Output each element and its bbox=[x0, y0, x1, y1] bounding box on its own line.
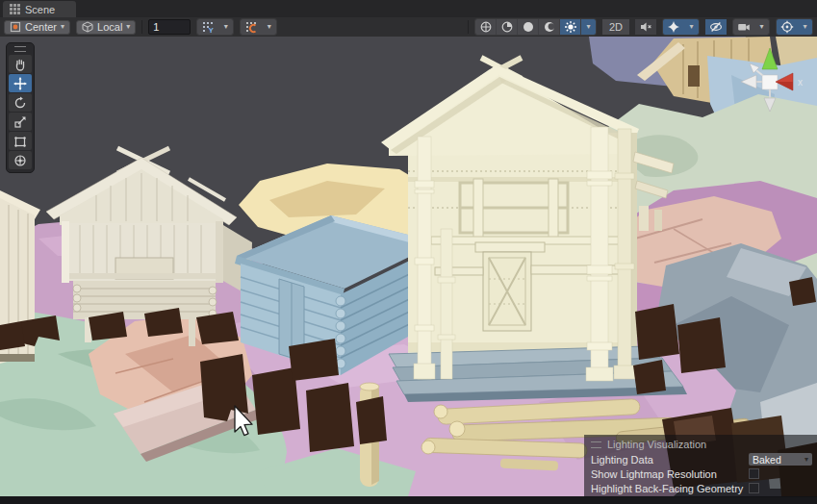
effects-options-dropdown[interactable]: ▾ bbox=[684, 19, 699, 35]
lighting-panel-header[interactable]: Lighting Visualization bbox=[584, 435, 817, 452]
highlight-backfacing-row: Highlight Back-Facing Geometry bbox=[584, 481, 817, 495]
chevron-down-icon: ▾ bbox=[268, 23, 271, 31]
viewport-bottom-strip bbox=[0, 496, 817, 504]
camera-options-dropdown[interactable]: ▾ bbox=[754, 19, 769, 35]
show-lightmap-resolution-row: Show Lightmap Resolution bbox=[584, 466, 817, 481]
gizmo-center-cube[interactable] bbox=[762, 75, 778, 89]
highlight-backfacing-checkbox[interactable] bbox=[749, 483, 759, 493]
lighting-visualization-panel: Lighting Visualization Lighting Data Bak… bbox=[584, 435, 817, 497]
speaker-mute-icon bbox=[639, 20, 652, 34]
chevron-down-icon: ▾ bbox=[689, 23, 693, 31]
shaded-wireframe-mode-button[interactable] bbox=[497, 19, 518, 35]
tools-overlay bbox=[6, 42, 35, 173]
camera-preview-button[interactable] bbox=[733, 19, 754, 35]
rotate-tool-button[interactable] bbox=[9, 93, 32, 112]
grid-menu-icon bbox=[10, 4, 20, 14]
lighting-data-dropdown[interactable]: Baked ▾ bbox=[749, 453, 812, 466]
drag-handle-icon bbox=[591, 441, 601, 448]
overlay-drag-handle[interactable] bbox=[14, 46, 26, 52]
2d-toggle-button[interactable]: 2D bbox=[602, 19, 629, 35]
hand-icon bbox=[13, 58, 27, 71]
effects-toggle-button[interactable] bbox=[663, 19, 684, 35]
transform-icon bbox=[13, 154, 27, 167]
rect-tool-button[interactable] bbox=[9, 132, 32, 150]
grid-options-dropdown[interactable]: ▾ bbox=[218, 19, 233, 35]
chevron-down-icon: ▾ bbox=[126, 23, 130, 31]
occlusion-sphere-icon bbox=[543, 20, 556, 34]
rect-tool-icon bbox=[13, 135, 27, 148]
toolbar-separator bbox=[141, 20, 142, 34]
chevron-down-icon: ▾ bbox=[224, 23, 228, 31]
gizmos-group: ▾ bbox=[776, 18, 813, 36]
snap-increment-icon bbox=[244, 20, 258, 34]
move-icon bbox=[13, 77, 27, 90]
svg-text:Y: Y bbox=[209, 26, 215, 34]
scene-visibility-button[interactable] bbox=[705, 19, 727, 35]
scale-tool-button[interactable] bbox=[9, 113, 32, 131]
handle-orientation-label: Local bbox=[97, 21, 122, 33]
debug-draw-mode-button[interactable] bbox=[539, 19, 560, 35]
chevron-down-icon: ▾ bbox=[759, 23, 763, 31]
sun-icon bbox=[564, 20, 577, 34]
shaded-mode-button[interactable] bbox=[518, 19, 539, 35]
tab-bar: Scene bbox=[0, 0, 817, 18]
transform-tool-button[interactable] bbox=[9, 151, 32, 169]
show-lightmap-resolution-checkbox[interactable] bbox=[749, 468, 759, 479]
lighting-data-value: Baked bbox=[753, 454, 781, 466]
draw-mode-group: ▾ bbox=[474, 18, 597, 36]
grid-visibility-group: Y ▾ bbox=[196, 18, 234, 36]
shaded-sphere-icon bbox=[522, 20, 535, 34]
audio-toggle-button[interactable] bbox=[635, 19, 656, 35]
unity-scene-window: Scene Center ▾ Local ▾ bbox=[0, 0, 817, 504]
toolbar-separator bbox=[468, 20, 469, 34]
handle-orientation-dropdown[interactable]: Local ▾ bbox=[76, 20, 136, 35]
scene-lighting-toggle[interactable] bbox=[560, 19, 581, 35]
wireframe-sphere-icon bbox=[479, 20, 493, 34]
move-tool-button[interactable] bbox=[9, 74, 32, 92]
sparkle-icon bbox=[667, 20, 680, 34]
pivot-mode-dropdown[interactable]: Center ▾ bbox=[4, 20, 70, 35]
grid-visibility-button[interactable]: Y bbox=[197, 19, 218, 35]
gizmos-crosshair-icon bbox=[780, 20, 794, 34]
camera-icon bbox=[737, 20, 751, 34]
hand-tool-button[interactable] bbox=[9, 55, 32, 73]
gizmos-toggle-button[interactable] bbox=[777, 19, 798, 35]
chevron-down-icon: ▾ bbox=[803, 23, 806, 31]
tab-scene[interactable]: Scene bbox=[3, 1, 76, 17]
camera-group: ▾ bbox=[732, 18, 770, 36]
grid-axis-y-icon: Y bbox=[201, 20, 215, 34]
snap-increment-button[interactable] bbox=[241, 19, 262, 35]
effects-group: ▾ bbox=[662, 18, 700, 36]
lighting-panel-title: Lighting Visualization bbox=[607, 439, 706, 450]
gizmo-x-label: x bbox=[798, 77, 803, 88]
rotate-icon bbox=[13, 96, 27, 110]
eye-slash-icon bbox=[709, 20, 723, 34]
wireframe-mode-button[interactable] bbox=[475, 19, 497, 35]
scale-icon bbox=[13, 115, 27, 129]
scene-toolbar: Center ▾ Local ▾ Y ▾ bbox=[0, 17, 817, 38]
cube-icon bbox=[82, 21, 93, 33]
view-options-cluster: ▾ 2D ▾ bbox=[468, 18, 813, 36]
pivot-icon bbox=[10, 21, 21, 33]
gizmos-options-dropdown[interactable]: ▾ bbox=[798, 19, 812, 35]
show-lightmap-resolution-label: Show Lightmap Resolution bbox=[591, 468, 749, 480]
lighting-options-dropdown[interactable]: ▾ bbox=[581, 19, 596, 35]
lighting-data-row: Lighting Data Baked ▾ bbox=[584, 452, 817, 466]
tab-scene-label: Scene bbox=[25, 4, 55, 15]
snap-group: ▾ bbox=[240, 18, 277, 36]
chevron-down-icon: ▾ bbox=[61, 23, 64, 31]
2d-label: 2D bbox=[609, 21, 623, 33]
pivot-mode-label: Center bbox=[25, 21, 57, 33]
snap-options-dropdown[interactable]: ▾ bbox=[262, 19, 276, 35]
highlight-backfacing-label: Highlight Back-Facing Geometry bbox=[591, 483, 749, 494]
shaded-wireframe-icon bbox=[500, 20, 514, 34]
chevron-down-icon: ▾ bbox=[804, 456, 808, 464]
chevron-down-icon: ▾ bbox=[586, 23, 590, 31]
grid-size-input[interactable] bbox=[148, 19, 191, 35]
lighting-data-label: Lighting Data bbox=[591, 454, 749, 466]
